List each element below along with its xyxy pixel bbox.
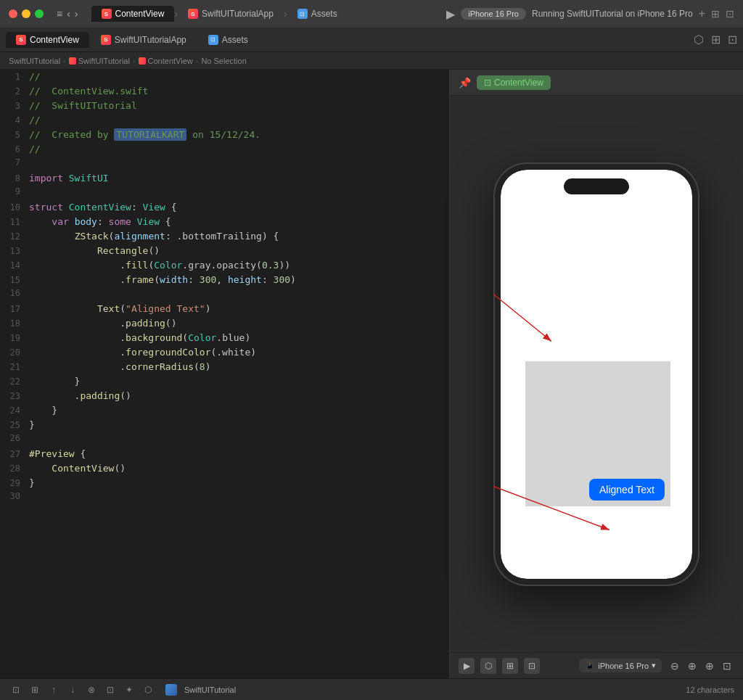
iphone-frame: Aligned Text — [495, 164, 698, 585]
editor-tab-contentview[interactable]: S ContentView — [6, 32, 89, 48]
titlebar-left-icons: ≡ ‹ › — [57, 8, 78, 20]
zoom-out-button[interactable]: ⊖ — [668, 659, 682, 673]
zoom-fit-button[interactable]: ⊕ — [685, 659, 699, 673]
code-line: 28 ContentView() — [0, 461, 449, 476]
assets-icon: ⊡ — [297, 9, 308, 19]
swift-file-icon-2: S — [188, 9, 198, 19]
breadcrumb: SwiftUITutorial › SwiftUITutorial › Cont… — [0, 52, 743, 70]
settings-preview-button[interactable]: ⊡ — [524, 658, 540, 674]
code-line: 26 — [0, 432, 449, 447]
app-name-label: SwiftUITutorial — [184, 685, 236, 694]
chevron-down-icon: ▾ — [652, 661, 656, 670]
zoom-controls: ⊖ ⊕ ⊕ ⊡ — [668, 659, 734, 673]
phone-content: Aligned Text — [501, 170, 692, 579]
preview-header: 📌 ⊡ ContentView — [450, 70, 743, 96]
editor-tab-app[interactable]: S SwiftUITutorialApp — [91, 32, 197, 48]
play-preview-button[interactable]: ▶ — [459, 658, 475, 674]
device-pill[interactable]: iPhone 16 Pro — [461, 8, 526, 20]
debug-preview-button[interactable]: ⊞ — [502, 658, 518, 674]
tabs-bar: S ContentView S SwiftUITutorialApp ⊡ Ass… — [0, 28, 743, 52]
zoom-in-button[interactable]: ⊕ — [702, 659, 717, 673]
titlebar-tabs: S ContentView › S SwiftUITutorialApp › ⊡… — [91, 6, 441, 22]
breadcrumb-item-4: No Selection — [201, 57, 246, 65]
code-line: 14 .fill(Color.gray.opacity(0.3)) — [0, 258, 449, 273]
code-line: 2// ContentView.swift — [0, 84, 449, 99]
inspector-icon[interactable]: ⊡ — [728, 33, 737, 46]
tabs-right-controls: ⬡ ⊞ ⊡ — [694, 33, 737, 46]
tab-swiftuiapp-label: SwiftUITutorialApp — [202, 9, 274, 19]
code-line: 4// — [0, 113, 449, 128]
code-line: 30 — [0, 490, 449, 505]
status-icon-3[interactable]: ↑ — [46, 683, 61, 697]
status-app: SwiftUITutorial — [165, 684, 236, 696]
status-icon-5[interactable]: ⊗ — [84, 683, 99, 697]
code-editor[interactable]: 1// 2// ContentView.swift 3// SwiftUITut… — [0, 70, 450, 678]
traffic-lights — [9, 9, 44, 18]
char-count: 12 characters — [686, 685, 734, 694]
app-icon — [165, 684, 177, 696]
code-line: 27#Preview { — [0, 447, 449, 461]
code-line: 7 — [0, 157, 449, 171]
code-line: 3// SwiftUITutorial — [0, 99, 449, 113]
code-line: 16 — [0, 287, 449, 302]
code-line: 15 .frame(width: 300, height: 300) — [0, 273, 449, 287]
code-line: 29} — [0, 476, 449, 490]
sidebar-toggle-icon[interactable]: ≡ — [57, 8, 62, 20]
code-line: 24 } — [0, 403, 449, 418]
status-icon-7[interactable]: ✦ — [122, 683, 136, 697]
content-view-pill[interactable]: ⊡ ContentView — [477, 75, 551, 90]
editor-tab-app-label: SwiftUITutorialApp — [115, 35, 186, 45]
bc-sep-1: › — [63, 57, 66, 65]
tab-contentview-label: ContentView — [115, 9, 165, 19]
running-status: Running SwiftUITutorial on iPhone 16 Pro — [532, 9, 693, 19]
code-line: 6// — [0, 142, 449, 157]
run-button[interactable]: ▶ — [446, 7, 455, 21]
tab-assets[interactable]: ⊡ Assets — [287, 6, 348, 22]
content-view-pill-label: ContentView — [494, 78, 543, 88]
code-line: 12 ZStack(alignment: .bottomTrailing) { — [0, 229, 449, 244]
code-area[interactable]: 1// 2// ContentView.swift 3// SwiftUITut… — [0, 70, 449, 678]
nav-back-icon[interactable]: ‹ — [67, 8, 70, 20]
tab-swiftuiapp[interactable]: S SwiftUITutorialApp — [178, 6, 284, 22]
editor-tab-assets-label: Assets — [222, 35, 248, 45]
breadcrumb-item-1[interactable]: SwiftUITutorial — [9, 57, 60, 65]
breadcrumb-item-2[interactable]: SwiftUITutorial — [69, 57, 130, 65]
breadcrumb-item-3[interactable]: ContentView — [139, 57, 193, 65]
pin-icon[interactable]: 📌 — [459, 77, 471, 88]
zoom-full-button[interactable]: ⊡ — [720, 659, 734, 673]
titlebar: ≡ ‹ › S ContentView › S SwiftUITutorialA… — [0, 0, 743, 28]
code-line: 22 } — [0, 374, 449, 389]
bc-sep-2: › — [133, 57, 136, 65]
device-icon: 📱 — [585, 661, 595, 670]
code-line: 25} — [0, 418, 449, 432]
editor-tab-label: ContentView — [30, 35, 79, 45]
layout-icon[interactable]: ⊞ — [711, 8, 720, 20]
device-selector[interactable]: 📱 iPhone 16 Pro ▾ — [579, 659, 662, 672]
code-line: 11 var body: some View { — [0, 215, 449, 229]
editor-tab-assets[interactable]: ⊡ Assets — [198, 32, 258, 48]
pane-icon[interactable]: ⊞ — [711, 33, 721, 46]
content-view-pill-icon: ⊡ — [484, 78, 491, 88]
status-icon-8[interactable]: ⬡ — [141, 683, 155, 697]
code-line: 20 .foregroundColor(.white) — [0, 345, 449, 360]
tab-contentview[interactable]: S ContentView — [91, 6, 175, 22]
swift-icon-tab2: S — [101, 35, 111, 45]
close-button[interactable] — [9, 9, 17, 18]
status-icon-6[interactable]: ⊡ — [103, 683, 118, 697]
minimize-button[interactable] — [22, 9, 30, 18]
status-icon-1[interactable]: ⊡ — [9, 683, 23, 697]
tab-assets-label: Assets — [311, 9, 337, 19]
status-icon-4[interactable]: ↓ — [65, 683, 80, 697]
titlebar-right: ▶ iPhone 16 Pro Running SwiftUITutorial … — [446, 7, 734, 21]
status-icon-2[interactable]: ⊞ — [28, 683, 42, 697]
code-line: 18 .padding() — [0, 316, 449, 331]
code-line: 13 Rectangle() — [0, 244, 449, 258]
add-tab-button[interactable]: + — [699, 7, 705, 20]
window-icon[interactable]: ⊡ — [726, 8, 734, 20]
layout-toggle-icon[interactable]: ⬡ — [694, 33, 704, 46]
maximize-button[interactable] — [35, 9, 44, 18]
tab-separator-2: › — [284, 8, 287, 20]
main-area: 1// 2// ContentView.swift 3// SwiftUITut… — [0, 70, 743, 678]
nav-forward-icon[interactable]: › — [75, 8, 78, 20]
live-preview-button[interactable]: ⬡ — [480, 658, 496, 674]
